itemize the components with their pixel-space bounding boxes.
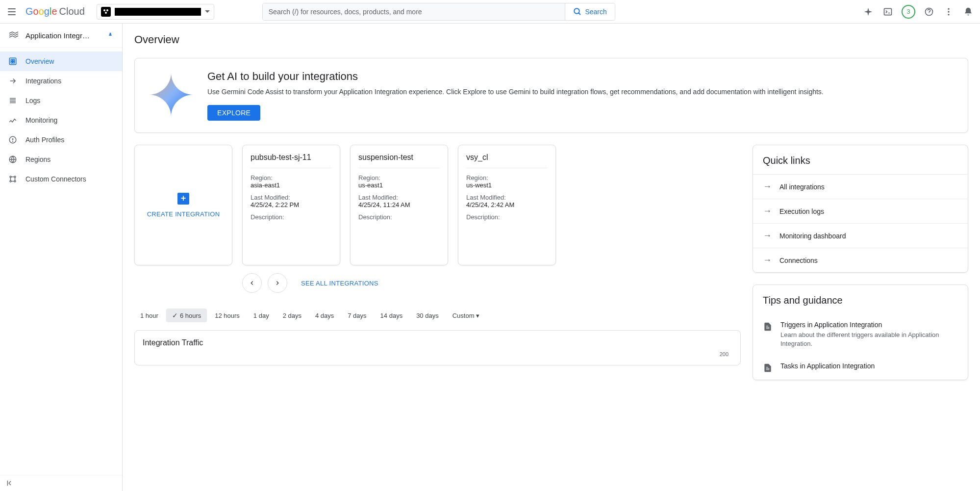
page-title: Overview: [134, 33, 968, 46]
tip-heading: Triggers in Application Integration: [780, 321, 958, 329]
nav-label: Regions: [25, 155, 50, 163]
svg-point-17: [12, 138, 14, 140]
quick-link-monitoring-dashboard[interactable]: →Monitoring dashboard: [753, 223, 968, 248]
see-all-integrations-link[interactable]: SEE ALL INTEGRATIONS: [301, 280, 378, 287]
connectors-icon: [8, 174, 18, 184]
time-chip-label: 1 day: [253, 312, 269, 319]
tip-item[interactable]: Tasks in Application Integration: [753, 355, 968, 380]
time-chip-30-days[interactable]: 30 days: [410, 309, 445, 322]
nav-custom-connectors[interactable]: Custom Connectors: [0, 169, 122, 189]
tip-item[interactable]: Triggers in Application IntegrationLearn…: [753, 314, 968, 355]
quick-link-connections[interactable]: →Connections: [753, 248, 968, 272]
collapse-sidebar-button[interactable]: [0, 475, 122, 491]
logs-icon: [8, 96, 18, 105]
plus-icon: +: [177, 193, 189, 205]
create-integration-card[interactable]: + CREATE INTEGRATION: [134, 145, 232, 265]
header-right: 3: [862, 5, 974, 19]
search-button[interactable]: Search: [565, 3, 614, 20]
search-button-label: Search: [585, 8, 606, 16]
integration-card[interactable]: suspension-test Region:us-east1 Last Mod…: [350, 145, 448, 265]
desc-label: Description:: [251, 213, 332, 221]
cloud-shell-icon[interactable]: [882, 6, 894, 18]
nav-label: Integrations: [25, 77, 61, 85]
main-content: Overview Get AI to build your integratio…: [123, 24, 980, 491]
region-value: us-east1: [358, 181, 440, 189]
ai-banner-title: Get AI to build your integrations: [207, 70, 824, 83]
time-chip-label: 12 hours: [215, 312, 240, 319]
nav-logs[interactable]: Logs: [0, 91, 122, 110]
ai-banner-desc: Use Germini Code Assist to transform you…: [207, 87, 824, 97]
time-chip-4-days[interactable]: 4 days: [309, 309, 340, 322]
project-name-redacted: [115, 8, 201, 16]
svg-rect-9: [13, 59, 15, 61]
search-input[interactable]: [263, 3, 565, 20]
search-bar: Search: [262, 3, 615, 21]
svg-point-21: [10, 181, 11, 182]
quick-link-execution-logs[interactable]: →Execution logs: [753, 199, 968, 223]
time-chip-label: 4 days: [315, 312, 334, 319]
arrow-right-icon: →: [763, 181, 772, 192]
quick-link-label: All integrations: [779, 183, 825, 191]
nav-label: Logs: [25, 97, 40, 104]
application-integration-icon: [8, 29, 20, 41]
time-chip-1-day[interactable]: 1 day: [248, 309, 275, 322]
nav-regions[interactable]: Regions: [0, 150, 122, 169]
time-chip-custom[interactable]: Custom ▾: [447, 309, 486, 322]
monitoring-icon: [8, 115, 18, 125]
sidebar: Application Integr… Overview Integration…: [0, 24, 123, 491]
more-vert-icon[interactable]: [943, 6, 955, 18]
time-chip-label: 7 days: [348, 312, 366, 319]
prev-page-button[interactable]: [242, 273, 262, 293]
pagination: SEE ALL INTEGRATIONS: [242, 273, 741, 293]
quick-link-label: Execution logs: [779, 207, 824, 215]
arrow-right-icon: →: [763, 231, 772, 241]
region-label: Region:: [466, 174, 548, 181]
svg-point-19: [10, 176, 11, 178]
project-selector[interactable]: [97, 4, 214, 20]
gemini-icon[interactable]: [862, 6, 874, 18]
trial-badge[interactable]: 3: [902, 5, 915, 19]
chevron-left-icon: [249, 280, 255, 286]
google-cloud-logo[interactable]: Google Cloud: [25, 6, 85, 17]
integration-card[interactable]: vsy_cl Region:us-west1 Last Modified:4/2…: [458, 145, 556, 265]
region-value: us-west1: [466, 181, 548, 189]
svg-point-5: [948, 11, 949, 12]
time-chip-1-hour[interactable]: 1 hour: [134, 309, 164, 322]
time-chip-12-hours[interactable]: 12 hours: [209, 309, 246, 322]
time-chip-label: 1 hour: [140, 312, 158, 319]
pin-icon[interactable]: [106, 31, 114, 39]
time-chip-14-days[interactable]: 14 days: [375, 309, 409, 322]
menu-icon[interactable]: [6, 6, 18, 18]
nav-monitoring[interactable]: Monitoring: [0, 110, 122, 130]
desc-label: Description:: [466, 213, 548, 221]
svg-rect-10: [11, 62, 12, 63]
integration-traffic-chart: Integration Traffic 200: [134, 330, 741, 365]
help-icon[interactable]: [923, 6, 935, 18]
next-page-button[interactable]: [268, 273, 287, 293]
svg-point-4: [948, 8, 949, 9]
search-icon: [573, 7, 582, 16]
time-chip-7-days[interactable]: 7 days: [342, 309, 372, 322]
nav-label: Auth Profiles: [25, 136, 64, 144]
tip-desc: Learn about the different triggers avail…: [780, 331, 958, 348]
quick-links-panel: Quick links →All integrations→Execution …: [753, 145, 968, 273]
explore-button[interactable]: EXPLORE: [207, 105, 260, 121]
desc-label: Description:: [358, 213, 440, 221]
integration-cards: + CREATE INTEGRATION pubsub-test-sj-11 R…: [134, 145, 741, 265]
svg-rect-11: [13, 62, 15, 63]
nav-overview[interactable]: Overview: [0, 52, 122, 71]
nav-auth-profiles[interactable]: Auth Profiles: [0, 130, 122, 150]
svg-rect-8: [11, 59, 12, 61]
integration-card[interactable]: pubsub-test-sj-11 Region:asia-east1 Last…: [242, 145, 340, 265]
quick-link-all-integrations[interactable]: →All integrations: [753, 174, 968, 199]
tips-panel: Tips and guidance Triggers in Applicatio…: [753, 284, 968, 380]
nav-integrations[interactable]: Integrations: [0, 71, 122, 91]
time-chip-6-hours[interactable]: ✓6 hours: [166, 309, 207, 322]
modified-value: 4/25/24, 11:24 AM: [358, 201, 440, 208]
document-icon: [763, 322, 773, 332]
time-chip-2-days[interactable]: 2 days: [277, 309, 307, 322]
arrow-right-icon: →: [763, 206, 772, 216]
notifications-icon[interactable]: [962, 6, 974, 18]
integrations-icon: [8, 76, 18, 86]
logo-cloud-text: Cloud: [59, 6, 85, 17]
